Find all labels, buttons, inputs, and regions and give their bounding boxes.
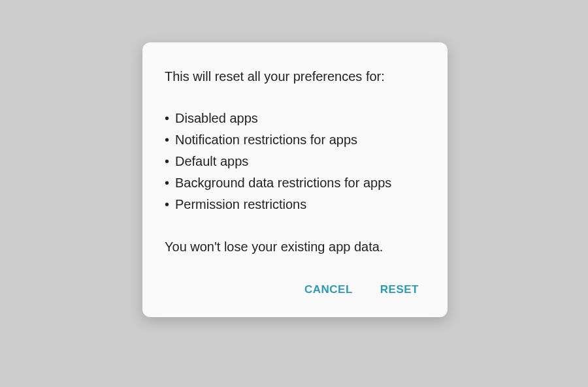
- list-item: Default apps: [165, 151, 425, 172]
- cancel-button[interactable]: CANCEL: [303, 279, 354, 300]
- list-item: Background data restrictions for apps: [165, 172, 425, 194]
- dialog-intro-text: This will reset all your preferences for…: [165, 67, 425, 85]
- dialog-bullet-list: Disabled apps Notification restrictions …: [165, 108, 425, 215]
- reset-button[interactable]: RESET: [379, 279, 420, 300]
- list-item: Disabled apps: [165, 108, 425, 129]
- list-item: Notification restrictions for apps: [165, 129, 425, 151]
- dialog-footer-text: You won't lose your existing app data.: [165, 238, 425, 256]
- dialog-button-row: CANCEL RESET: [165, 279, 425, 304]
- reset-preferences-dialog: This will reset all your preferences for…: [142, 42, 448, 317]
- list-item: Permission restrictions: [165, 194, 425, 215]
